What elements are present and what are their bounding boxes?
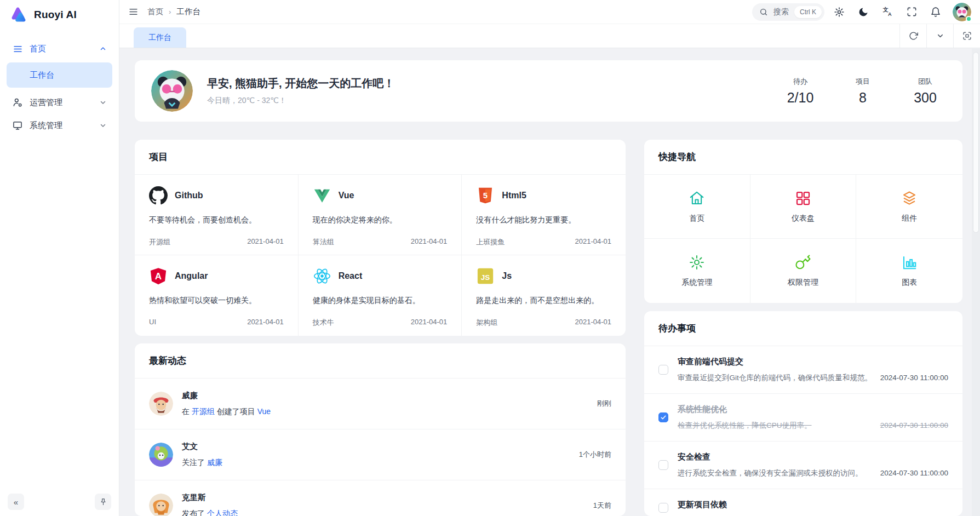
stat-todo: 待办 2/10 bbox=[786, 77, 815, 106]
todo-title: 更新项目依赖 bbox=[678, 500, 948, 510]
notifications-button[interactable] bbox=[926, 3, 945, 21]
project-name: Github bbox=[175, 191, 203, 200]
quicknav-item-dashboard[interactable]: 仪表盘 bbox=[750, 175, 857, 239]
todo-desc: 审查最近提交到Git仓库的前端代码，确保代码质量和规范。 bbox=[678, 373, 872, 383]
activity-text: 创建了项目 bbox=[215, 407, 257, 416]
project-desc: 健康的身体是实现目标的基石。 bbox=[313, 296, 448, 306]
project-item-angular[interactable]: A Angular 热情和欲望可以突破一切难关。 UI 2021-04-01 bbox=[135, 255, 299, 336]
scrollbar-thumb[interactable] bbox=[973, 52, 979, 233]
quicknav-label: 首页 bbox=[689, 214, 704, 223]
quicknav-item-permission[interactable]: 权限管理 bbox=[750, 239, 857, 303]
hamburger-menu-icon[interactable] bbox=[128, 7, 139, 17]
sidebar-footer: « bbox=[0, 488, 119, 516]
activity-item: 克里斯 发布了 个人动态 1天前 bbox=[135, 480, 626, 516]
project-item-vue[interactable]: Vue 现在的你决定将来的你。 算法组 2021-04-01 bbox=[299, 175, 462, 255]
quicknav-item-components[interactable]: 组件 bbox=[856, 175, 962, 239]
project-desc: 现在的你决定将来的你。 bbox=[313, 215, 448, 225]
activity-user-name: 威廉 bbox=[182, 391, 588, 401]
collapse-sidebar-button[interactable]: « bbox=[8, 494, 24, 510]
tab-controls bbox=[899, 24, 980, 48]
breadcrumb-current: 工作台 bbox=[176, 7, 200, 17]
vue-icon bbox=[313, 186, 331, 205]
projects-card-title: 项目 bbox=[135, 140, 626, 175]
project-item-react[interactable]: React 健康的身体是实现目标的基石。 技术牛 2021-04-01 bbox=[299, 255, 462, 336]
project-item-html5[interactable]: 5 Html5 没有什么才能比努力更重要。 上班摸鱼 2021-04-01 bbox=[462, 175, 626, 255]
svg-text:A: A bbox=[155, 271, 162, 282]
quicknav-label: 系统管理 bbox=[681, 278, 712, 288]
activity-link-user[interactable]: 威廉 bbox=[207, 458, 222, 467]
settings-button[interactable] bbox=[830, 3, 849, 21]
project-name: Html5 bbox=[502, 191, 526, 200]
quicknav-card: 快捷导航 首页 bbox=[644, 140, 962, 303]
sidebar-item-home[interactable]: 首页 bbox=[7, 37, 112, 60]
quicknav-item-chart[interactable]: 图表 bbox=[856, 239, 962, 303]
angular-icon: A bbox=[149, 267, 168, 285]
quicknav-item-home[interactable]: 首页 bbox=[644, 175, 750, 239]
project-item-js[interactable]: JS Js 路是走出来的，而不是空想出来的。 架构组 2021-04-01 bbox=[462, 255, 626, 336]
chevrons-left-icon: « bbox=[14, 497, 18, 507]
sidebar-item-workbench[interactable]: 工作台 bbox=[7, 62, 112, 88]
brand-name: Ruoyi AI bbox=[34, 9, 77, 21]
html5-icon: 5 bbox=[476, 186, 495, 205]
react-icon bbox=[313, 267, 331, 285]
project-desc: 没有什么才能比努力更重要。 bbox=[476, 215, 611, 225]
chevron-down-icon bbox=[99, 122, 107, 129]
todo-date: 2024-07-30 11:00:00 bbox=[880, 421, 948, 429]
welcome-card: 早安, 熊猫助手, 开始您一天的工作吧！ 今日晴，20℃ - 32℃！ 待办 2… bbox=[135, 60, 962, 122]
user-avatar[interactable] bbox=[953, 3, 971, 21]
project-desc: 路是走出来的，而不是空想出来的。 bbox=[476, 296, 611, 306]
sidebar-item-operations[interactable]: 运营管理 bbox=[7, 91, 112, 114]
activity-text: 发布了 bbox=[182, 509, 207, 516]
todo-item: 系统性能优化 检查并优化系统性能，降低CPU使用率。 2024-07-30 11… bbox=[644, 393, 962, 441]
pin-icon bbox=[99, 498, 107, 506]
svg-text:5: 5 bbox=[483, 191, 488, 200]
activity-text: 在 bbox=[182, 407, 192, 416]
tab-bar: 工作台 bbox=[119, 24, 980, 48]
breadcrumb-home[interactable]: 首页 bbox=[147, 7, 163, 17]
online-status-dot bbox=[966, 16, 972, 22]
activity-item: 威廉 在 开源组 创建了项目 Vue 刚刚 bbox=[135, 379, 626, 429]
activity-link-post[interactable]: 个人动态 bbox=[207, 509, 238, 516]
todo-title: 安全检查 bbox=[678, 452, 948, 462]
project-group: 开源组 bbox=[149, 237, 170, 247]
refresh-tab-button[interactable] bbox=[899, 24, 926, 48]
project-group: 架构组 bbox=[476, 318, 497, 328]
tab-workbench[interactable]: 工作台 bbox=[134, 27, 186, 48]
activity-link-group[interactable]: 开源组 bbox=[192, 407, 215, 416]
todo-title: 审查前端代码提交 bbox=[678, 357, 948, 367]
app-logo-icon bbox=[10, 5, 28, 24]
pin-sidebar-button[interactable] bbox=[95, 494, 111, 510]
breadcrumb: 首页 › 工作台 bbox=[147, 7, 200, 17]
dark-mode-button[interactable] bbox=[854, 3, 873, 21]
check-icon bbox=[660, 414, 667, 421]
project-group: UI bbox=[149, 318, 156, 326]
panda-hero-avatar bbox=[151, 70, 193, 112]
language-button[interactable]: 文 A bbox=[878, 3, 897, 21]
content-fullscreen-button[interactable] bbox=[953, 24, 980, 48]
content-columns: 项目 Github 不要等待机会，而要创造机会。 开源组 20 bbox=[135, 140, 962, 516]
todo-item: 审查前端代码提交 审查最近提交到Git仓库的前端代码，确保代码质量和规范。 20… bbox=[644, 346, 962, 393]
todo-date: 2024-07-30 11:00:00 bbox=[880, 469, 948, 477]
key-icon bbox=[795, 254, 811, 271]
fullscreen-button[interactable] bbox=[902, 3, 921, 21]
sidebar-menu: 首页 工作台 运营管理 系统管 bbox=[0, 30, 119, 488]
todo-checkbox-checked[interactable] bbox=[658, 412, 668, 422]
todo-title: 系统性能优化 bbox=[678, 404, 948, 415]
sidebar-item-system[interactable]: 系统管理 bbox=[7, 114, 112, 137]
todo-checkbox[interactable] bbox=[658, 503, 668, 513]
quicknav-label: 权限管理 bbox=[788, 278, 818, 288]
activity-link-project[interactable]: Vue bbox=[257, 407, 271, 416]
user-avatar-aiwen bbox=[149, 443, 173, 467]
activity-time: 刚刚 bbox=[597, 399, 611, 409]
project-desc: 不要等待机会，而要创造机会。 bbox=[149, 215, 284, 225]
sidebar-item-label: 系统管理 bbox=[30, 121, 62, 131]
tab-menu-button[interactable] bbox=[926, 24, 953, 48]
quicknav-item-system[interactable]: 系统管理 bbox=[644, 239, 750, 303]
todo-checkbox[interactable] bbox=[658, 460, 668, 470]
todo-checkbox[interactable] bbox=[658, 365, 668, 375]
project-date: 2021-04-01 bbox=[411, 318, 448, 328]
search-input[interactable]: 搜索 Ctrl K bbox=[752, 3, 824, 21]
user-avatar-chris bbox=[149, 494, 173, 516]
todo-item: 更新项目依赖 bbox=[644, 489, 962, 516]
project-item-github[interactable]: Github 不要等待机会，而要创造机会。 开源组 2021-04-01 bbox=[135, 175, 299, 255]
